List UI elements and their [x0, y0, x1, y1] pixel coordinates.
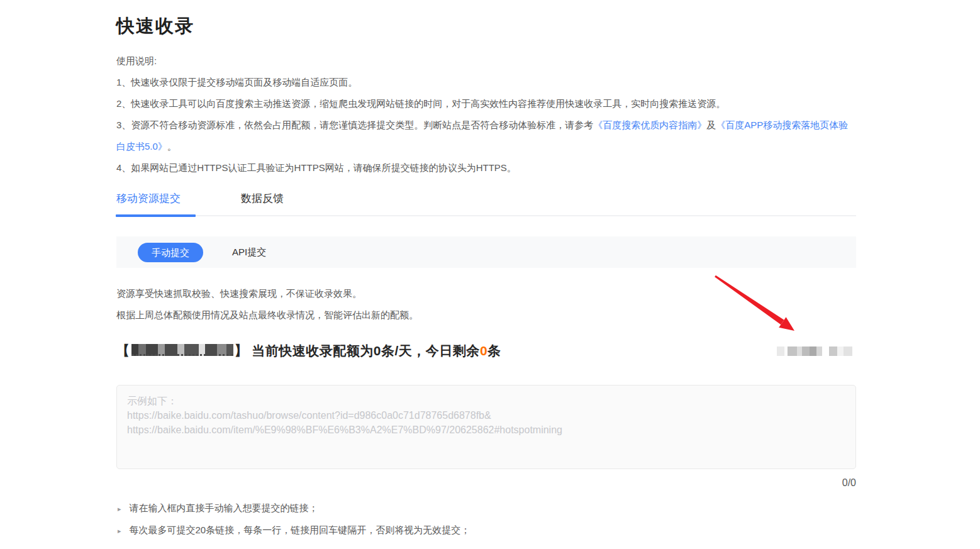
redacted-block: [777, 347, 822, 356]
quota-label-after: 条: [487, 343, 501, 358]
redacted-site-name: [131, 344, 233, 356]
usage-item-3-text: 3、资源不符合移动资源标准，依然会占用配额，请您谨慎选择提交类型。判断站点是否符…: [116, 119, 593, 130]
quota-label-before: 当前快速收录配额为: [252, 343, 374, 358]
link-counter: 0/0: [116, 477, 856, 489]
submit-note-1-text: 请在输入框内直接手动输入想要提交的链接；: [130, 497, 318, 518]
tab-mobile-resource-submit[interactable]: 移动资源提交: [116, 191, 181, 215]
manual-submit-button[interactable]: 手动提交: [138, 243, 203, 262]
redacted-block: [829, 347, 852, 356]
quality-content-guide-link[interactable]: 《百度搜索优质内容指南》: [593, 119, 706, 130]
submit-mode-bar: 手动提交 API提交: [116, 236, 856, 268]
quick-inclusion-page: 快速收录 使用说明: 1、快速收录仅限于提交移动端页面及移动端自适应页面。 2、…: [116, 0, 856, 541]
usage-item-3-suffix: 。: [167, 141, 177, 152]
usage-item-3: 3、资源不符合移动资源标准，依然会占用配额，请您谨慎选择提交类型。判断站点是否符…: [116, 114, 856, 157]
quota-notes: 资源享受快速抓取校验、快速搜索展现，不保证收录效果。 根据上周总体配额使用情况及…: [116, 283, 856, 326]
bracket-open: 【: [116, 343, 130, 358]
submit-note-2-text: 每次最多可提交20条链接，每条一行，链接用回车键隔开，否则将视为无效提交；: [130, 519, 471, 540]
quota-note-1: 资源享受快速抓取校验、快速搜索展现，不保证收录效果。: [116, 283, 856, 304]
quota-statement: 【】 当前快速收录配额为0条/天，今日剩余0条: [116, 342, 501, 360]
usage-heading: 使用说明:: [116, 54, 856, 68]
submit-notes-list: ▸请在输入框内直接手动输入想要提交的链接； ▸每次最多可提交20条链接，每条一行…: [116, 497, 856, 541]
quota-label-middle: 条/天，今日剩余: [381, 343, 480, 358]
usage-instruction-list: 1、快速收录仅限于提交移动端页面及移动端自适应页面。 2、快速收录工具可以向百度…: [116, 72, 856, 179]
bracket-close: 】: [235, 343, 248, 358]
submit-note-1: ▸请在输入框内直接手动输入想要提交的链接；: [116, 497, 856, 519]
quota-per-day-value: 0: [374, 343, 381, 358]
page-title: 快速收录: [116, 14, 856, 38]
usage-item-1: 1、快速收录仅限于提交移动端页面及移动端自适应页面。: [116, 72, 856, 93]
url-submit-textarea[interactable]: [116, 385, 856, 469]
resource-tabs: 移动资源提交 数据反馈: [116, 191, 856, 216]
submit-note-2: ▸每次最多可提交20条链接，每条一行，链接用回车键隔开，否则将视为无效提交；: [116, 519, 856, 541]
bullet-icon: ▸: [118, 499, 121, 519]
quota-note-2: 根据上周总体配额使用情况及站点最终收录情况，智能评估出新的配额。: [116, 304, 856, 326]
usage-item-4: 4、如果网站已通过HTTPS认证工具验证为HTTPS网站，请确保所提交链接的协议…: [116, 157, 856, 179]
quota-row: 【】 当前快速收录配额为0条/天，今日剩余0条: [116, 342, 856, 360]
api-submit-button[interactable]: API提交: [232, 247, 266, 258]
bullet-icon: ▸: [118, 521, 121, 541]
tab-data-feedback[interactable]: 数据反馈: [241, 191, 284, 215]
quota-remaining-value: 0: [480, 343, 487, 358]
usage-item-3-conjunction: 及: [706, 119, 716, 130]
redacted-quota-link: [777, 347, 852, 356]
usage-item-2: 2、快速收录工具可以向百度搜索主动推送资源，缩短爬虫发现网站链接的时间，对于高实…: [116, 93, 856, 114]
